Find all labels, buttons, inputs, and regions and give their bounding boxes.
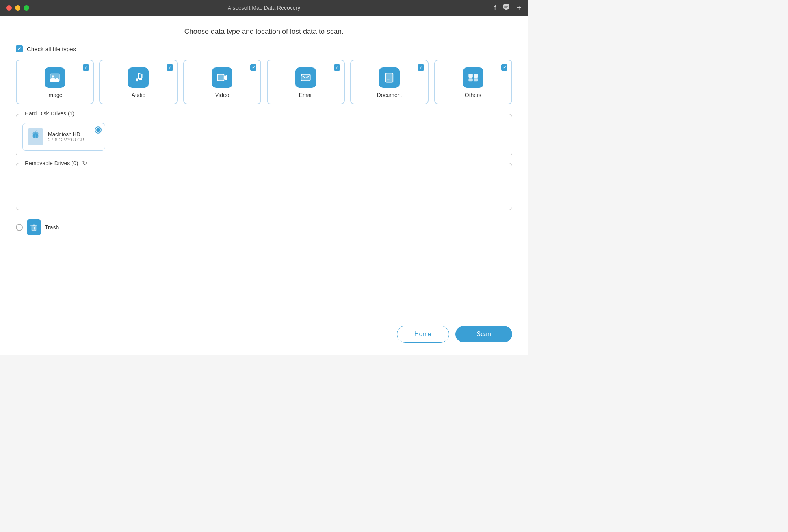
check-all-checkbox[interactable] bbox=[16, 45, 23, 52]
hard-disk-drives-content: Macintosh HD 27.6 GB/39.8 GB bbox=[22, 120, 506, 151]
others-icon bbox=[463, 67, 483, 88]
removable-drives-title: Removable Drives (0) bbox=[25, 160, 78, 166]
removable-drives-header: Removable Drives (0) ↻ bbox=[22, 159, 89, 167]
title-bar-actions: f + bbox=[494, 3, 522, 13]
facebook-icon[interactable]: f bbox=[494, 4, 496, 12]
main-content: Choose data type and location of lost da… bbox=[0, 16, 528, 355]
check-all-label: Check all file types bbox=[27, 46, 76, 52]
svg-rect-1 bbox=[504, 6, 508, 7]
minimize-button[interactable] bbox=[15, 5, 20, 11]
file-types-row: Image Audio bbox=[16, 60, 512, 104]
removable-drives-content bbox=[22, 169, 506, 200]
file-type-image[interactable]: Image bbox=[16, 60, 94, 104]
traffic-lights bbox=[6, 5, 29, 11]
svg-point-5 bbox=[52, 75, 54, 77]
drive-size: 27.6 GB/39.8 GB bbox=[48, 137, 84, 143]
hard-disk-drives-section: Hard Disk Drives (1) bbox=[16, 114, 512, 156]
drive-icon-wrap bbox=[28, 128, 43, 145]
image-checkbox[interactable] bbox=[83, 64, 89, 71]
drive-info: Macintosh HD 27.6 GB/39.8 GB bbox=[48, 131, 84, 143]
audio-label: Audio bbox=[132, 92, 146, 98]
others-label: Others bbox=[465, 92, 481, 98]
trash-icon bbox=[27, 219, 41, 235]
email-icon bbox=[296, 67, 316, 88]
audio-checkbox[interactable] bbox=[167, 64, 173, 71]
email-label: Email bbox=[299, 92, 313, 98]
svg-rect-8 bbox=[217, 74, 224, 81]
check-all-row: Check all file types bbox=[16, 45, 512, 52]
page-title: Choose data type and location of lost da… bbox=[16, 28, 512, 36]
file-type-audio[interactable]: Audio bbox=[99, 60, 177, 104]
file-type-video[interactable]: Video bbox=[183, 60, 261, 104]
video-label: Video bbox=[215, 92, 229, 98]
svg-rect-2 bbox=[504, 7, 507, 8]
drive-name: Macintosh HD bbox=[48, 131, 84, 137]
svg-rect-20 bbox=[474, 78, 478, 81]
file-type-document[interactable]: Document bbox=[350, 60, 428, 104]
svg-rect-18 bbox=[474, 74, 478, 78]
removable-drives-section: Removable Drives (0) ↻ bbox=[16, 163, 512, 210]
file-type-others[interactable]: Others bbox=[434, 60, 512, 104]
trash-section: Trash bbox=[16, 216, 512, 238]
drive-icon-bg bbox=[28, 128, 43, 145]
refresh-icon[interactable]: ↻ bbox=[82, 159, 87, 167]
svg-point-6 bbox=[136, 78, 138, 81]
svg-rect-27 bbox=[33, 225, 35, 226]
title-bar: Aiseesoft Mac Data Recovery f + bbox=[0, 0, 528, 16]
maximize-button[interactable] bbox=[24, 5, 29, 11]
hard-disk-drives-title: Hard Disk Drives (1) bbox=[22, 110, 77, 117]
scan-button[interactable]: Scan bbox=[455, 326, 512, 342]
svg-rect-17 bbox=[468, 74, 473, 78]
svg-rect-15 bbox=[387, 78, 392, 78]
drive-radio-macintosh-hd[interactable] bbox=[95, 126, 102, 134]
svg-rect-19 bbox=[468, 78, 473, 81]
image-icon bbox=[45, 67, 65, 88]
trash-radio[interactable] bbox=[16, 224, 23, 231]
document-label: Document bbox=[377, 92, 402, 98]
close-button[interactable] bbox=[6, 5, 12, 11]
email-checkbox[interactable] bbox=[334, 64, 340, 71]
svg-rect-25 bbox=[32, 226, 36, 231]
audio-icon bbox=[128, 67, 149, 88]
video-icon bbox=[212, 67, 232, 88]
document-checkbox[interactable] bbox=[418, 64, 424, 71]
footer: Home Scan bbox=[16, 326, 512, 343]
svg-rect-10 bbox=[301, 74, 310, 81]
others-checkbox[interactable] bbox=[501, 64, 507, 71]
trash-label: Trash bbox=[45, 224, 59, 231]
file-type-email[interactable]: Email bbox=[267, 60, 345, 104]
window-title: Aiseesoft Mac Data Recovery bbox=[228, 5, 300, 11]
drive-item-macintosh-hd[interactable]: Macintosh HD 27.6 GB/39.8 GB bbox=[22, 123, 105, 151]
add-icon[interactable]: + bbox=[517, 3, 522, 13]
svg-point-7 bbox=[139, 78, 142, 80]
home-button[interactable]: Home bbox=[397, 326, 449, 343]
chat-icon[interactable] bbox=[502, 3, 510, 13]
svg-rect-16 bbox=[387, 80, 390, 80]
video-checkbox[interactable] bbox=[250, 64, 256, 71]
document-icon bbox=[379, 67, 400, 88]
svg-rect-14 bbox=[387, 76, 392, 76]
image-label: Image bbox=[47, 92, 63, 98]
